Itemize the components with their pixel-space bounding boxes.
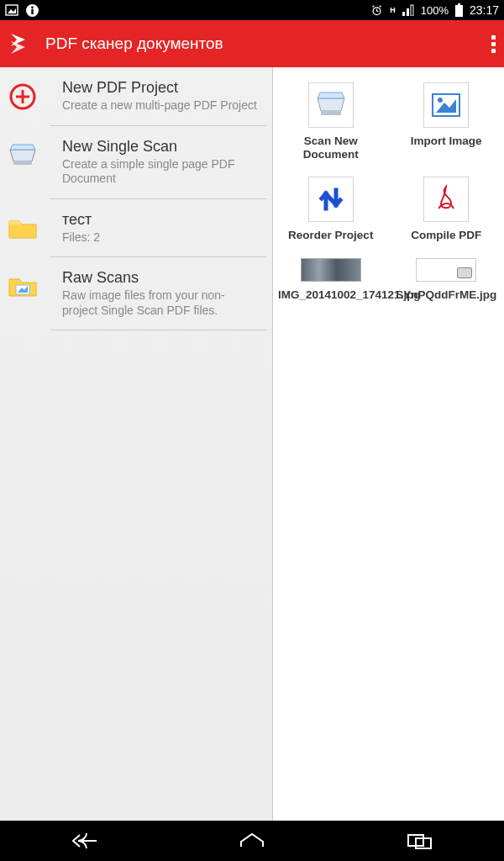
- plus-circle-icon: [5, 79, 40, 114]
- action-label: Reorder Project: [278, 229, 384, 242]
- project-list: New PDF Project Create a new multi-page …: [0, 67, 273, 821]
- svg-marker-26: [318, 92, 344, 98]
- android-nav-bar: [0, 821, 504, 861]
- new-pdf-project-item[interactable]: New PDF Project Create a new multi-page …: [50, 67, 267, 126]
- svg-rect-10: [402, 12, 405, 16]
- back-button[interactable]: [60, 826, 108, 856]
- pdf-icon: [423, 177, 469, 222]
- recent-apps-button[interactable]: [396, 826, 444, 856]
- svg-line-8: [373, 5, 375, 6]
- app-logo-icon: [8, 31, 34, 56]
- list-item-subtitle: Create a simple single page PDF Document: [62, 157, 259, 187]
- app-bar: PDF сканер документов: [0, 20, 504, 67]
- project-folder-item[interactable]: тест Files: 2: [50, 199, 267, 258]
- import-image-button[interactable]: Import Image: [389, 79, 505, 173]
- svg-rect-12: [411, 5, 413, 16]
- file-name-label: IMG_20141002_174121.jpg: [278, 288, 384, 302]
- svg-point-3: [31, 6, 34, 8]
- svg-marker-16: [11, 41, 25, 54]
- compile-pdf-button[interactable]: Compile PDF: [389, 173, 505, 254]
- folder-icon: [5, 211, 40, 246]
- battery-icon: [455, 3, 463, 17]
- app-bar-title: PDF сканер документов: [45, 34, 223, 53]
- list-item-title: New Single Scan: [62, 138, 259, 156]
- svg-rect-27: [321, 111, 341, 115]
- list-item-title: Raw Scans: [62, 269, 259, 287]
- list-item-subtitle: Raw image files from your non-project Si…: [62, 288, 259, 318]
- home-icon: [238, 832, 266, 850]
- network-type-badge: H: [390, 6, 396, 14]
- status-clock: 23:17: [470, 3, 499, 17]
- svg-marker-20: [10, 150, 35, 161]
- info-icon: [25, 3, 39, 18]
- signal-icon: [402, 4, 414, 16]
- file-thumbnail-item[interactable]: SYnPQddFrME.jpg: [389, 255, 505, 314]
- scan-new-document-button[interactable]: Scan New Document: [273, 79, 389, 173]
- battery-percent: 100%: [421, 4, 449, 17]
- list-item-subtitle: Create a new multi-page PDF Project: [62, 98, 257, 114]
- scanner-icon: [308, 82, 354, 128]
- reorder-project-button[interactable]: Reorder Project: [273, 173, 389, 254]
- overflow-icon: [491, 35, 496, 53]
- overflow-menu-button[interactable]: [491, 35, 496, 53]
- svg-line-9: [380, 5, 381, 6]
- home-button[interactable]: [228, 826, 276, 856]
- svg-marker-21: [10, 145, 35, 150]
- svg-marker-25: [318, 98, 344, 111]
- scanner-icon: [5, 138, 40, 173]
- alarm-icon: [370, 4, 383, 17]
- svg-point-30: [438, 98, 443, 103]
- file-name-label: SYnPQddFrME.jpg: [394, 288, 500, 302]
- list-item-title: тест: [62, 211, 100, 229]
- android-status-bar: H 100% 23:17: [0, 0, 504, 20]
- svg-rect-4: [31, 9, 33, 14]
- new-single-scan-item[interactable]: New Single Scan Create a simple single p…: [50, 126, 267, 199]
- list-item-title: New PDF Project: [62, 79, 257, 97]
- action-label: Scan New Document: [278, 135, 384, 161]
- reorder-icon: [308, 177, 354, 222]
- back-icon: [70, 832, 98, 850]
- action-label: Import Image: [394, 135, 500, 148]
- raw-scans-folder-item[interactable]: Raw Scans Raw image files from your non-…: [50, 257, 267, 330]
- action-label: Compile PDF: [394, 229, 500, 242]
- recent-icon: [407, 832, 433, 849]
- list-item-subtitle: Files: 2: [62, 230, 100, 246]
- picture-icon: [5, 3, 18, 17]
- svg-rect-14: [458, 3, 460, 5]
- image-icon: [423, 82, 469, 128]
- svg-marker-1: [8, 8, 16, 13]
- folder-image-icon: [5, 269, 40, 304]
- document-thumbnail: [416, 258, 476, 282]
- svg-rect-13: [455, 5, 463, 17]
- file-thumbnail-item[interactable]: IMG_20141002_174121.jpg: [273, 255, 389, 314]
- project-detail: Scan New Document Import Image: [273, 67, 504, 821]
- svg-rect-22: [13, 161, 32, 165]
- photo-thumbnail: [301, 258, 361, 282]
- svg-rect-11: [407, 8, 409, 16]
- svg-line-7: [377, 11, 379, 12]
